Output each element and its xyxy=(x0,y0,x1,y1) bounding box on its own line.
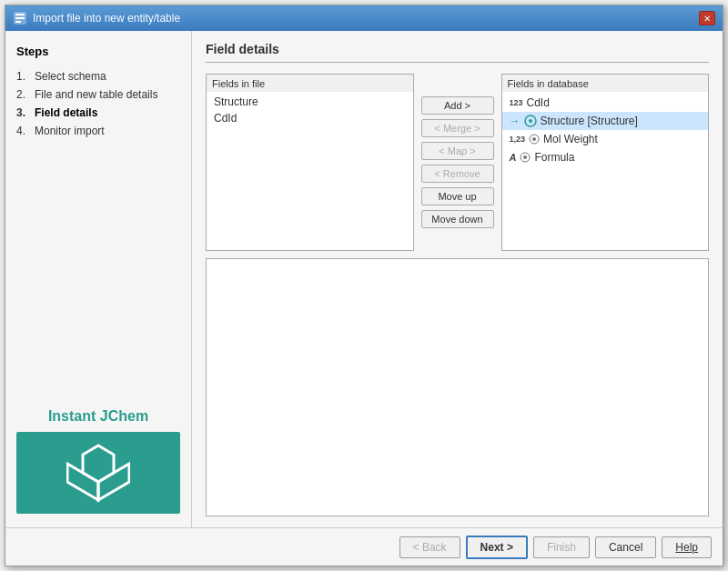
title-bar-left: Import file into new entity/table xyxy=(13,11,180,25)
cancel-button[interactable]: Cancel xyxy=(595,536,656,558)
fields-in-db-list: 123 CdId → Structure [Structure] xyxy=(502,92,709,250)
remove-button[interactable]: < Remove xyxy=(421,165,494,183)
finish-button[interactable]: Finish xyxy=(533,536,590,558)
svg-rect-3 xyxy=(15,21,21,23)
arrow-icon: → xyxy=(510,115,521,127)
back-button[interactable]: < Back xyxy=(399,536,460,558)
number-icon: 1,23 xyxy=(510,135,526,144)
step-1-num: 1. xyxy=(16,70,31,83)
field-details-area: Fields in file Structure CdId Add > < Me… xyxy=(206,74,709,516)
main-content: Steps 1. Select schema 2. File and new t… xyxy=(5,31,723,527)
title-bar: Import file into new entity/table ✕ xyxy=(5,5,723,31)
step-3-num: 3. xyxy=(16,106,31,119)
branding: Instant JChem xyxy=(16,399,180,514)
dialog-title: Import file into new entity/table xyxy=(33,12,180,25)
list-item[interactable]: 123 CdId xyxy=(502,94,709,112)
text-icon: A xyxy=(510,152,517,163)
svg-point-10 xyxy=(532,137,536,141)
fields-in-file-list: Structure CdId xyxy=(207,92,413,250)
add-button[interactable]: Add > xyxy=(421,96,494,115)
step-2-label: File and new table details xyxy=(35,88,157,101)
preview-area xyxy=(206,258,709,516)
fields-in-db: Fields in database 123 CdId → xyxy=(501,74,710,251)
steps-list: 1. Select schema 2. File and new table d… xyxy=(16,67,180,140)
next-button[interactable]: Next > xyxy=(466,536,528,559)
list-item[interactable]: CdId xyxy=(207,110,413,126)
db-icon xyxy=(529,134,540,145)
right-panel: Field details Fields in file Structure C… xyxy=(192,31,723,527)
help-button[interactable]: Help xyxy=(662,536,712,558)
step-item-2: 2. File and new table details xyxy=(16,85,180,104)
db-icon xyxy=(520,152,531,163)
fields-in-file: Fields in file Structure CdId xyxy=(206,74,414,251)
svg-rect-2 xyxy=(15,17,25,19)
step-item-1: 1. Select schema xyxy=(16,67,180,85)
fields-row: Fields in file Structure CdId Add > < Me… xyxy=(206,74,709,251)
panel-title: Field details xyxy=(206,42,709,63)
step-3-label: Field details xyxy=(35,106,97,119)
step-2-num: 2. xyxy=(16,88,31,101)
fields-in-db-label: Fields in database xyxy=(502,75,709,92)
sidebar: Steps 1. Select schema 2. File and new t… xyxy=(5,31,192,527)
footer: < Back Next > Finish Cancel Help xyxy=(5,527,723,566)
step-item-3: 3. Field details xyxy=(16,104,180,122)
structure-icon xyxy=(524,115,537,127)
list-item[interactable]: → Structure [Structure] xyxy=(502,112,709,130)
merge-button[interactable]: < Merge > xyxy=(421,119,494,137)
list-item[interactable]: Structure xyxy=(207,94,413,110)
step-4-label: Monitor import xyxy=(35,125,105,137)
move-up-button[interactable]: Move up xyxy=(421,187,494,205)
map-button[interactable]: < Map > xyxy=(421,142,494,160)
brand-logo xyxy=(16,432,180,514)
db-field-name: Mol Weight xyxy=(543,133,598,145)
dialog: Import file into new entity/table ✕ Step… xyxy=(5,5,723,566)
dialog-icon xyxy=(13,11,27,25)
step-1-label: Select schema xyxy=(35,70,106,83)
db-field-name: Formula xyxy=(534,151,574,164)
list-item[interactable]: 1,23 Mol Weight xyxy=(502,130,709,148)
svg-rect-1 xyxy=(15,14,25,15)
close-button[interactable]: ✕ xyxy=(699,11,715,25)
db-field-name: CdId xyxy=(527,96,550,109)
number-icon: 123 xyxy=(510,98,523,107)
svg-point-8 xyxy=(529,119,532,123)
brand-text: Instant JChem xyxy=(16,399,180,432)
fields-in-file-label: Fields in file xyxy=(207,75,413,92)
step-item-4: 4. Monitor import xyxy=(16,122,180,140)
brand-icon xyxy=(66,441,130,505)
steps-title: Steps xyxy=(16,45,180,58)
move-down-button[interactable]: Move down xyxy=(421,210,494,228)
step-4-num: 4. xyxy=(16,125,31,137)
list-item[interactable]: A Formula xyxy=(502,148,709,166)
svg-point-12 xyxy=(523,155,527,159)
middle-buttons: Add > < Merge > < Map > < Remove Move up… xyxy=(414,74,501,251)
db-field-name: Structure [Structure] xyxy=(541,115,638,127)
